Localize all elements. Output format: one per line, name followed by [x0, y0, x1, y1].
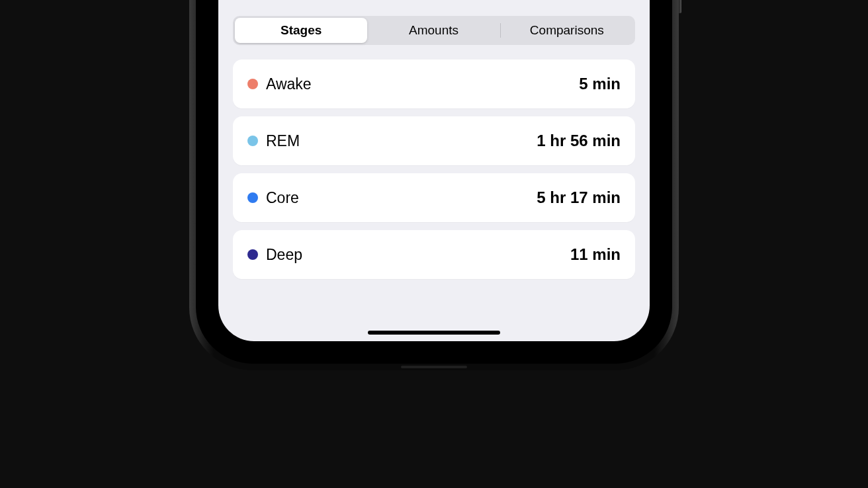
stage-row-rem[interactable]: REM 1 hr 56 min — [233, 116, 635, 165]
home-indicator[interactable] — [368, 331, 500, 335]
stage-row-awake[interactable]: Awake 5 min — [233, 60, 635, 108]
stage-dot-icon — [247, 136, 258, 146]
stage-label: Core — [266, 189, 537, 207]
tab-stages-label: Stages — [281, 23, 322, 38]
app-content: Stages Amounts Comparisons — [218, 0, 650, 341]
tab-stages[interactable]: Stages — [235, 18, 367, 43]
stage-value: 11 min — [570, 245, 621, 264]
segmented-control[interactable]: Stages Amounts Comparisons — [233, 16, 635, 45]
phone-frame-mid: Stages Amounts Comparisons — [196, 0, 672, 364]
stage-label: REM — [266, 132, 537, 150]
tab-comparisons-label: Comparisons — [530, 23, 604, 38]
stage-value: 5 hr 17 min — [537, 188, 621, 207]
stage-list: Awake 5 min REM 1 hr 56 min Core 5 hr 17… — [218, 60, 650, 279]
stage-row-core[interactable]: Core 5 hr 17 min — [233, 173, 635, 222]
tab-comparisons[interactable]: Comparisons — [501, 18, 633, 43]
stage-dot-icon — [247, 192, 258, 203]
stage-label: Awake — [266, 75, 579, 93]
phone-screen: Stages Amounts Comparisons — [218, 0, 650, 341]
tab-amounts[interactable]: Amounts — [367, 18, 499, 43]
phone-frame-outer: Stages Amounts Comparisons — [189, 0, 679, 370]
phone-speaker-slot — [401, 366, 467, 368]
phone-screen-wrap: Stages Amounts Comparisons — [204, 0, 664, 356]
stage-row-deep[interactable]: Deep 11 min — [233, 230, 635, 279]
stage-dot-icon — [247, 249, 258, 260]
tab-amounts-label: Amounts — [409, 23, 458, 38]
stage-value: 1 hr 56 min — [537, 132, 621, 150]
stage-label: Deep — [266, 246, 570, 264]
side-button-right — [679, 0, 681, 13]
stage-value: 5 min — [579, 75, 621, 93]
stage-dot-icon — [247, 79, 258, 89]
